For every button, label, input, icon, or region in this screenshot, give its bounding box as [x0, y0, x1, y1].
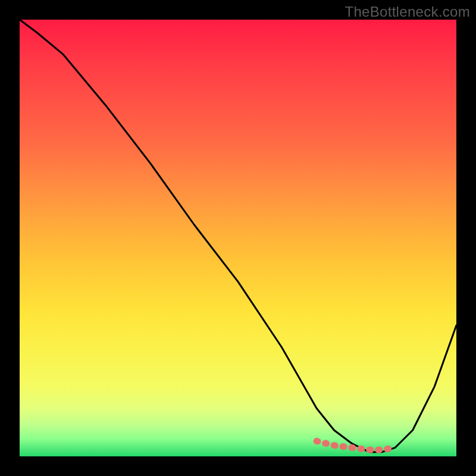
chart-svg	[20, 20, 456, 456]
chart-plot-area	[20, 20, 456, 456]
chart-frame: TheBottleneck.com	[0, 0, 476, 476]
bottleneck-curve-path	[20, 20, 456, 452]
watermark-text: TheBottleneck.com	[345, 4, 470, 20]
